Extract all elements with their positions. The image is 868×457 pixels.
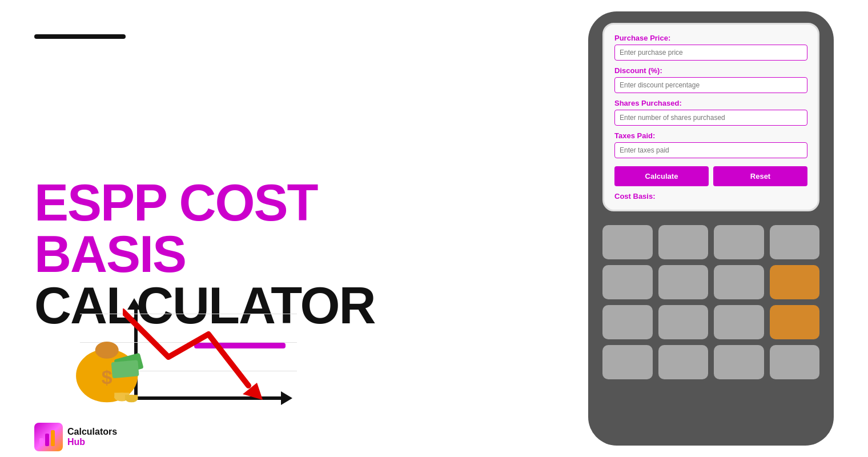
key-3[interactable] [714, 225, 764, 259]
shares-purchased-input[interactable] [614, 110, 807, 126]
logo-text: Calculators Hub [67, 427, 117, 447]
logo-icon [34, 423, 63, 451]
calculate-button[interactable]: Calculate [614, 166, 709, 186]
key-10[interactable] [714, 305, 764, 339]
key-4[interactable] [770, 225, 820, 259]
purchase-price-label: Purchase Price: [614, 34, 807, 42]
illustration: $ [34, 263, 331, 434]
keypad-row-1 [602, 225, 819, 259]
svg-rect-11 [39, 438, 43, 446]
key-1[interactable] [602, 225, 653, 259]
calculator-device: Purchase Price: Discount (%): Shares Pur… [588, 11, 834, 446]
key-13[interactable] [714, 345, 764, 379]
discount-label: Discount (%): [614, 66, 807, 75]
keypad-row-3 [602, 305, 819, 339]
key-orange-1[interactable] [770, 265, 820, 299]
key-8[interactable] [602, 305, 653, 339]
svg-rect-10 [125, 395, 138, 399]
logo-name-line1: Calculators [67, 427, 117, 437]
action-buttons: Calculate Reset [614, 166, 807, 186]
taxes-paid-label: Taxes Paid: [614, 131, 807, 140]
keypad-row-4 [602, 345, 819, 379]
key-7[interactable] [714, 265, 764, 299]
top-decorative-bar [34, 34, 126, 39]
cost-basis-label: Cost Basis: [614, 192, 807, 201]
key-12[interactable] [658, 345, 709, 379]
money-bag-icon: $ [69, 311, 148, 403]
discount-input[interactable] [614, 77, 807, 93]
svg-rect-3 [99, 344, 114, 355]
reset-button[interactable]: Reset [713, 166, 807, 186]
calculator-screen: Purchase Price: Discount (%): Shares Pur… [602, 23, 819, 211]
svg-rect-13 [51, 430, 55, 446]
key-11[interactable] [602, 345, 653, 379]
logo-name-line2: Hub [67, 437, 117, 447]
key-9[interactable] [658, 305, 709, 339]
key-14[interactable] [770, 345, 820, 379]
key-2[interactable] [658, 225, 709, 259]
key-6[interactable] [658, 265, 709, 299]
taxes-paid-input[interactable] [614, 142, 807, 158]
logo: Calculators Hub [34, 423, 117, 451]
svg-rect-5 [111, 360, 139, 378]
svg-rect-12 [45, 434, 49, 446]
shares-purchased-label: Shares Purchased: [614, 99, 807, 107]
key-5[interactable] [602, 265, 653, 299]
left-section: ESPP COST BASIS CALCULATOR [34, 0, 434, 457]
purchase-price-input[interactable] [614, 45, 807, 61]
key-orange-2[interactable] [770, 305, 820, 339]
keypad-row-2 [602, 265, 819, 299]
svg-text:$: $ [102, 367, 112, 388]
